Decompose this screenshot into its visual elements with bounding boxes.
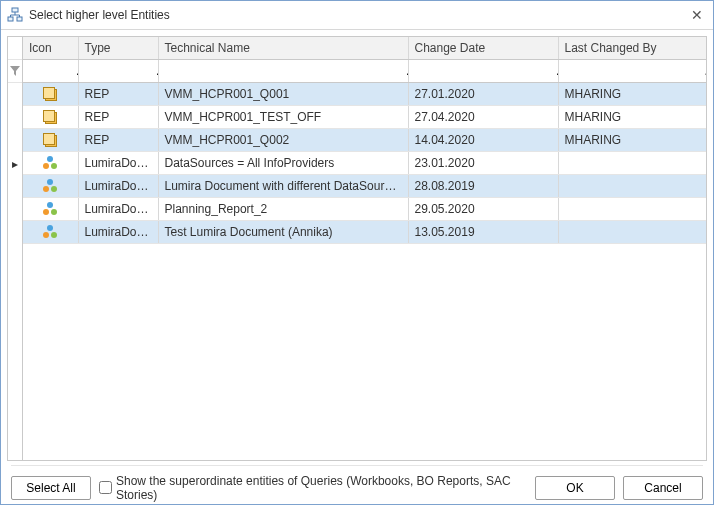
cell-name: Lumira Document with different DataSourc…	[158, 174, 408, 197]
cell-name: Planning_Report_2	[158, 197, 408, 220]
cell-date: 28.08.2019	[408, 174, 558, 197]
row-header-gutter: ▸	[7, 36, 22, 461]
cell-user	[558, 220, 706, 243]
row-caret	[8, 175, 22, 198]
lumira-icon	[23, 220, 78, 243]
lumira-icon	[23, 151, 78, 174]
cell-date: 29.05.2020	[408, 197, 558, 220]
filter-input-icon[interactable]	[29, 60, 76, 82]
cell-type: REP	[78, 82, 158, 105]
cell-user	[558, 197, 706, 220]
cell-name: Test Lumira Document (Annika)	[158, 220, 408, 243]
cube-icon	[23, 105, 78, 128]
dialog-title: Select higher level Entities	[29, 8, 687, 22]
row-caret	[8, 83, 22, 106]
filter-input-type[interactable]	[85, 60, 156, 82]
cell-date: 27.01.2020	[408, 82, 558, 105]
cell-user: MHARING	[558, 128, 706, 151]
cell-user: MHARING	[558, 105, 706, 128]
cube-icon	[23, 128, 78, 151]
header-change-date[interactable]: Change Date	[408, 37, 558, 59]
header-last-changed-by[interactable]: Last Changed By	[558, 37, 706, 59]
filter-row	[23, 59, 706, 82]
cell-user	[558, 174, 706, 197]
cell-date: 14.04.2020	[408, 128, 558, 151]
svg-rect-1	[8, 17, 13, 21]
show-superordinate-label: Show the superordinate entities of Queri…	[116, 474, 519, 502]
cell-user: MHARING	[558, 82, 706, 105]
table-row[interactable]: LumiraDocum...Planning_Report_229.05.202…	[23, 197, 706, 220]
lumira-icon	[23, 174, 78, 197]
table-row[interactable]: REPVMM_HCPR001_Q00127.01.2020MHARING	[23, 82, 706, 105]
gutter-header-spacer	[8, 37, 22, 60]
dialog-window: Select higher level Entities ✕ ▸ Icon Ty…	[0, 0, 714, 505]
filter-input-name[interactable]	[165, 60, 406, 82]
table-row[interactable]: REPVMM_HCPR001_TEST_OFF27.04.2020MHARING	[23, 105, 706, 128]
header-technical-name[interactable]: Technical Name	[158, 37, 408, 59]
cell-date: 23.01.2020	[408, 151, 558, 174]
close-icon[interactable]: ✕	[687, 7, 707, 23]
show-superordinate-checkbox[interactable]: Show the superordinate entities of Queri…	[99, 474, 519, 502]
table-row[interactable]: LumiraDocum...DataSources = All InfoProv…	[23, 151, 706, 174]
cell-type: LumiraDocum...	[78, 220, 158, 243]
grid: Icon Type Technical Name Change Date Las…	[22, 36, 707, 461]
cell-name: VMM_HCPR001_Q001	[158, 82, 408, 105]
cell-type: LumiraDocum...	[78, 174, 158, 197]
cell-type: LumiraDocum...	[78, 151, 158, 174]
cell-date: 27.04.2020	[408, 105, 558, 128]
cell-type: REP	[78, 105, 158, 128]
row-caret: ▸	[8, 152, 22, 175]
titlebar: Select higher level Entities ✕	[1, 1, 713, 30]
row-caret	[8, 129, 22, 152]
client-area: ▸ Icon Type Technical Name Change Date L…	[1, 30, 713, 461]
cell-type: LumiraDocum...	[78, 197, 158, 220]
filter-input-user[interactable]	[565, 60, 705, 82]
svg-rect-0	[12, 8, 18, 12]
select-all-button[interactable]: Select All	[11, 476, 91, 500]
cell-user	[558, 151, 706, 174]
grid-empty-area	[23, 244, 706, 461]
row-caret	[8, 198, 22, 221]
hierarchy-icon	[7, 7, 23, 23]
table-row[interactable]: LumiraDocum...Lumira Document with diffe…	[23, 174, 706, 197]
table-row[interactable]: REPVMM_HCPR001_Q00214.04.2020MHARING	[23, 128, 706, 151]
header-row: Icon Type Technical Name Change Date Las…	[23, 37, 706, 59]
cell-name: DataSources = All InfoProviders	[158, 151, 408, 174]
cell-type: REP	[78, 128, 158, 151]
grid-table: Icon Type Technical Name Change Date Las…	[23, 37, 706, 244]
filter-input-date[interactable]	[415, 60, 556, 82]
cell-name: VMM_HCPR001_TEST_OFF	[158, 105, 408, 128]
cancel-button[interactable]: Cancel	[623, 476, 703, 500]
header-icon[interactable]: Icon	[23, 37, 78, 59]
grid-body: REPVMM_HCPR001_Q00127.01.2020MHARINGREPV…	[23, 82, 706, 243]
svg-rect-2	[17, 17, 22, 21]
cell-date: 13.05.2019	[408, 220, 558, 243]
cube-icon	[23, 82, 78, 105]
header-type[interactable]: Type	[78, 37, 158, 59]
row-caret	[8, 106, 22, 129]
show-superordinate-input[interactable]	[99, 481, 112, 494]
row-caret	[8, 221, 22, 244]
action-bar: Select All Show the superordinate entiti…	[1, 461, 713, 504]
cell-name: VMM_HCPR001_Q002	[158, 128, 408, 151]
table-row[interactable]: LumiraDocum...Test Lumira Document (Anni…	[23, 220, 706, 243]
lumira-icon	[23, 197, 78, 220]
ok-button[interactable]: OK	[535, 476, 615, 500]
filter-icon[interactable]	[8, 60, 22, 83]
